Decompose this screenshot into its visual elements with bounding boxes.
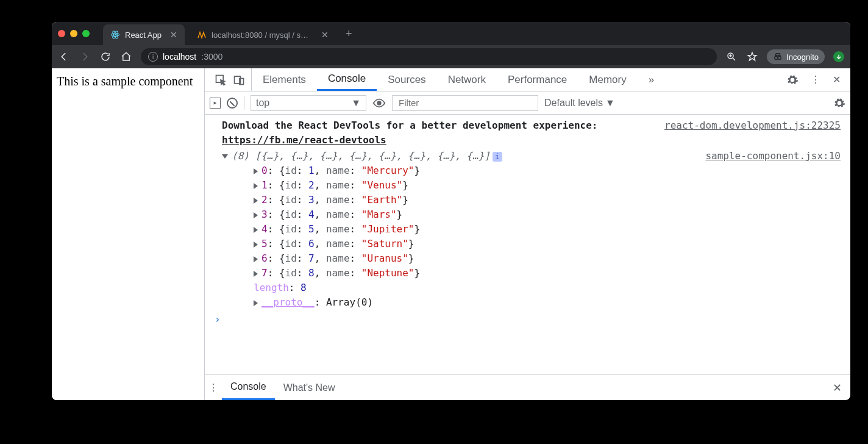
devtools-tab-memory[interactable]: Memory [578,68,637,91]
expand-toggle-icon[interactable] [254,183,258,189]
console-sidebar-toggle-icon[interactable] [210,98,221,109]
expand-toggle-icon[interactable] [254,227,258,233]
site-info-icon[interactable]: i [148,52,158,62]
array-entry[interactable]: 5: {id: 6, name: "Saturn"} [239,237,841,251]
array-entry[interactable]: 1: {id: 2, name: "Venus"} [239,178,841,193]
array-length-row: length: 8 [239,281,841,295]
clear-console-icon[interactable] [227,98,238,109]
svg-point-6 [778,56,781,59]
filter-field[interactable] [397,97,533,109]
expand-toggle-icon[interactable] [254,256,258,262]
back-button[interactable] [58,51,70,63]
array-entry[interactable]: 4: {id: 5, name: "Jupiter"} [239,222,841,237]
console-toolbar: top ▼ Default levels ▼ [205,91,850,115]
devtools-tab-console[interactable]: Console [317,68,377,91]
expand-toggle-icon[interactable] [254,242,258,248]
page-content: This is a sample component [52,68,205,400]
incognito-badge[interactable]: Incognito [767,49,825,64]
page-text: This is a sample component [57,74,193,88]
expand-toggle-icon[interactable] [254,300,258,306]
log-levels-selector[interactable]: Default levels ▼ [544,98,615,109]
devtools-drawer: ⋮ ConsoleWhat's New ✕ [205,374,850,400]
devtools-tab-network[interactable]: Network [437,68,497,91]
drawer-tab-what-s-new[interactable]: What's New [275,375,344,400]
info-badge-icon[interactable]: i [493,152,502,162]
expand-toggle-icon[interactable] [254,212,258,218]
forward-button[interactable] [79,51,91,63]
svg-point-10 [377,101,381,105]
toolbar-right: Incognito [725,49,844,64]
source-link[interactable]: sample-component.jsx:10 [705,149,841,163]
new-tab-button[interactable]: + [341,27,357,40]
omnibox[interactable]: i localhost:3000 [141,48,717,65]
zoom-icon[interactable] [725,51,738,63]
react-icon [110,30,120,40]
address-bar: i localhost:3000 Incognito [52,45,850,68]
expand-toggle-icon[interactable] [254,271,258,277]
react-devtools-link[interactable]: https://fb.me/react-devtools [222,134,386,146]
drawer-menu-icon[interactable]: ⋮ [205,375,222,400]
devtools-menu-icon[interactable]: ⋮ [805,68,827,91]
array-summary[interactable]: (8) [{…}, {…}, {…}, {…}, {…}, {…}, {…}, … [232,150,490,162]
chevron-down-icon: ▼ [351,98,361,109]
devtools-settings-icon[interactable] [780,68,805,91]
browser-tab-phpmyadmin[interactable]: localhost:8080 / mysql / sampl ✕ [190,24,336,45]
close-tab-icon[interactable]: ✕ [321,30,329,40]
console-prompt[interactable]: › [205,310,850,329]
array-entries: 0: {id: 1, name: "Mercury"}1: {id: 2, na… [222,163,841,281]
levels-label: Default levels [544,98,603,109]
extension-indicator[interactable] [833,51,844,62]
reload-button[interactable] [99,51,112,63]
devtools-more-tabs-button[interactable]: » [638,68,665,91]
drawer-close-icon[interactable]: ✕ [824,375,850,400]
devtools-tab-elements[interactable]: Elements [252,68,317,91]
devtools-tab-sources[interactable]: Sources [377,68,436,91]
array-proto-row[interactable]: __proto__: Array(0) [239,295,841,310]
browser-window: React App ✕ localhost:8080 / mysql / sam… [52,22,850,400]
console-settings-icon[interactable] [833,97,845,109]
expand-toggle-icon[interactable] [254,198,258,204]
svg-point-5 [775,56,778,59]
incognito-label: Incognito [786,52,819,62]
url-host: localhost [163,52,196,62]
expand-toggle-icon[interactable] [254,168,258,174]
console-message: react-dom.development.js:22325 Download … [205,117,850,149]
console-filter-input[interactable] [392,95,538,111]
close-tab-icon[interactable]: ✕ [170,30,177,40]
array-entry[interactable]: 7: {id: 8, name: "Neptune"} [239,266,841,281]
devtools-close-icon[interactable]: ✕ [827,68,847,91]
devtools-picker-group [208,68,252,91]
message-text: Download the React DevTools for a better… [222,120,598,131]
source-link[interactable]: react-dom.development.js:22325 [664,118,841,133]
tab-title: localhost:8080 / mysql / sampl [212,30,313,40]
bookmark-star-icon[interactable] [746,51,758,63]
context-label: top [256,98,269,109]
console-array-log: sample-component.jsx:10 (8) [{…}, {…}, {… [205,149,850,310]
minimize-window-button[interactable] [70,30,77,37]
close-window-button[interactable] [58,30,65,37]
tab-title: React App [125,30,162,40]
home-button[interactable] [120,51,132,63]
array-entry[interactable]: 2: {id: 3, name: "Earth"} [239,193,841,207]
inspect-element-icon[interactable] [215,74,227,86]
svg-point-3 [115,34,116,35]
expand-toggle-icon[interactable] [222,154,228,159]
array-entry[interactable]: 3: {id: 4, name: "Mars"} [239,207,841,222]
devtools-tab-performance[interactable]: Performance [497,68,578,91]
execution-context-selector[interactable]: top ▼ [251,95,366,111]
maximize-window-button[interactable] [82,30,90,37]
tab-strip: React App ✕ localhost:8080 / mysql / sam… [52,22,850,45]
viewport: This is a sample component ElementsConso… [52,68,850,400]
devtools-tabbar: ElementsConsoleSourcesNetworkPerformance… [205,68,850,91]
devtools-panel: ElementsConsoleSourcesNetworkPerformance… [205,68,850,400]
url-path: :3000 [201,52,222,62]
browser-tab-react-app[interactable]: React App ✕ [103,24,185,45]
window-controls [58,30,90,37]
device-toolbar-icon[interactable] [233,74,245,86]
live-expression-icon[interactable] [372,96,386,110]
array-entry[interactable]: 6: {id: 7, name: "Uranus"} [239,251,841,266]
array-entry[interactable]: 0: {id: 1, name: "Mercury"} [239,163,841,178]
chevron-down-icon: ▼ [605,98,615,109]
drawer-tab-console[interactable]: Console [222,375,275,400]
phpmyadmin-icon [197,30,207,40]
